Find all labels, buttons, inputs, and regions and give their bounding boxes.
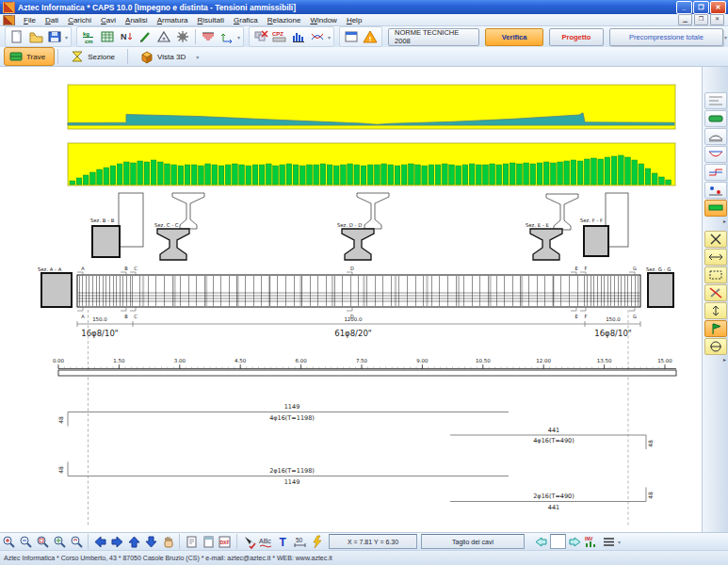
menu-item-analisi[interactable]: Analisi: [121, 15, 153, 25]
open-folder-icon[interactable]: [26, 28, 45, 45]
restore-button[interactable]: ❐: [693, 1, 709, 14]
loads-icon[interactable]: N: [117, 28, 136, 45]
move-vertical-icon[interactable]: [704, 302, 727, 319]
materials-table-icon[interactable]: [98, 28, 117, 45]
move-horizontal-icon[interactable]: [704, 249, 727, 266]
rebar-length: 441: [548, 427, 559, 434]
inv-diagram-icon[interactable]: INV: [583, 534, 600, 549]
menu-item-help[interactable]: Help: [342, 15, 366, 25]
precompressione-button[interactable]: Precompressione totale: [609, 28, 723, 46]
menu-item-grafica[interactable]: Grafica: [229, 15, 263, 25]
warning-icon[interactable]: !: [361, 28, 380, 45]
mdi-minimize-button[interactable]: ▁: [678, 14, 692, 25]
minimize-button[interactable]: _: [676, 1, 692, 14]
coordinates-display: X = 7.81 Y = 6.30: [329, 534, 417, 549]
options-gear-icon[interactable]: [173, 28, 192, 45]
text-tool-icon[interactable]: T: [274, 534, 291, 549]
shear-diagram-icon[interactable]: [704, 164, 727, 181]
zoom-in-icon[interactable]: [0, 534, 17, 549]
measure-icon[interactable]: 50: [291, 534, 308, 549]
zoom-out-icon[interactable]: [17, 534, 34, 549]
ruler-label: 13.50: [597, 358, 612, 363]
no-edit-icon[interactable]: [704, 284, 727, 301]
pan-right-icon[interactable]: [108, 534, 125, 549]
pencil-icon[interactable]: [136, 28, 154, 45]
section-label: Sez. A - A: [38, 266, 62, 272]
stress-points-icon[interactable]: [704, 182, 727, 199]
pan-up-icon[interactable]: [125, 534, 142, 549]
select-check-icon[interactable]: [240, 534, 257, 549]
menu-item-risultati[interactable]: Risultati: [193, 15, 229, 25]
menu-item-carichi[interactable]: Carichi: [63, 15, 96, 25]
hook-length: 48: [647, 440, 654, 447]
zoom-previous-icon[interactable]: [68, 534, 85, 549]
menu-item-dati[interactable]: Dati: [40, 15, 63, 25]
moment-diagram-icon[interactable]: [199, 28, 218, 45]
report-window-icon[interactable]: [342, 28, 361, 45]
cut-letter: F: [585, 266, 588, 271]
menu-item-cavi[interactable]: Cavi: [96, 15, 121, 25]
diagram-arrows-icon[interactable]: [218, 28, 236, 45]
slab-icon[interactable]: [704, 110, 727, 127]
svg-text:CPZ: CPZ: [272, 31, 283, 37]
regenerate-icon[interactable]: [308, 534, 325, 549]
progetto-button[interactable]: Progetto: [549, 28, 604, 46]
spellcheck-icon[interactable]: ABc: [257, 534, 274, 549]
hook-length: 48: [647, 492, 654, 499]
menu-item-file[interactable]: File: [19, 15, 40, 25]
mdi-close-button[interactable]: ✕: [710, 14, 724, 25]
mdi-restore-button[interactable]: ❐: [694, 14, 708, 25]
dxf-export-icon[interactable]: DXF: [217, 534, 234, 549]
pan-down-icon[interactable]: [142, 534, 159, 549]
norme-tecniche-button[interactable]: NORME TECNICHE 2008: [388, 28, 479, 46]
tab-vista3d[interactable]: Vista 3D: [135, 47, 195, 66]
menu-item-window[interactable]: Window: [305, 15, 341, 25]
print-preview-icon[interactable]: [183, 534, 200, 549]
menu-item-armatura[interactable]: Armatura: [153, 15, 193, 25]
ruler-label: 0.00: [53, 358, 65, 363]
histogram-icon[interactable]: [289, 28, 308, 45]
page-setup-icon[interactable]: [200, 534, 217, 549]
rebar-spec: 4φ16(T=1198): [269, 414, 315, 422]
phase-display[interactable]: Taglio dei cavi: [421, 534, 525, 549]
flag-icon[interactable]: [704, 320, 727, 337]
cpz-icon[interactable]: CPZ: [270, 28, 289, 45]
rebar-length: 441: [548, 504, 559, 511]
pan-left-icon[interactable]: [91, 534, 108, 549]
zoom-window-icon[interactable]: [34, 534, 51, 549]
close-button[interactable]: ✕: [710, 1, 726, 14]
verifica-button[interactable]: Verifica: [485, 28, 543, 46]
menu-item-relazione[interactable]: Relazione: [263, 15, 306, 25]
units-icon[interactable]: kgcm: [79, 28, 98, 45]
girder-sections: [157, 193, 578, 260]
cut-letter: A: [81, 314, 85, 319]
dimension-lines: [77, 321, 640, 327]
delete-diagram-icon[interactable]: [704, 231, 727, 248]
new-document-icon[interactable]: [8, 28, 26, 45]
next-phase-icon[interactable]: [566, 534, 583, 549]
cable-profile-icon[interactable]: [704, 128, 727, 145]
tab-sezione[interactable]: Sezione: [65, 47, 124, 66]
analysis-icon[interactable]: [154, 28, 173, 45]
save-icon[interactable]: [45, 28, 64, 45]
ruler: 0.001.503.004.506.007.509.0010.5012.0013…: [53, 358, 676, 376]
results-delete-icon[interactable]: [251, 28, 270, 45]
phase-number-field[interactable]: [550, 534, 566, 549]
list-icon[interactable]: [600, 534, 617, 549]
rebar-spec: 2φ16(T=490): [533, 492, 574, 500]
title-bar: Aztec Informatica * CAPS 10.0 [Impegno e…: [0, 0, 728, 14]
ruler-label: 3.00: [174, 358, 186, 363]
drawing-canvas[interactable]: Sez. B - B Sez. C - C Sez. D - D Sez. E …: [0, 67, 702, 532]
envelope-diagram-icon[interactable]: [308, 28, 327, 45]
utilization-diagram-icon[interactable]: [704, 200, 727, 217]
tab-trave[interactable]: Trave: [4, 47, 55, 66]
section-lines-icon[interactable]: [704, 92, 727, 109]
prev-phase-icon[interactable]: [532, 534, 549, 549]
moment-diagram-icon[interactable]: [704, 146, 727, 163]
section-cut-icon[interactable]: [704, 338, 727, 355]
pan-hand-icon[interactable]: [159, 534, 176, 549]
section-a-solid: [41, 273, 72, 307]
cut-letter: E: [574, 314, 577, 319]
selection-box-icon[interactable]: [704, 266, 727, 283]
zoom-extents-icon[interactable]: [51, 534, 68, 549]
